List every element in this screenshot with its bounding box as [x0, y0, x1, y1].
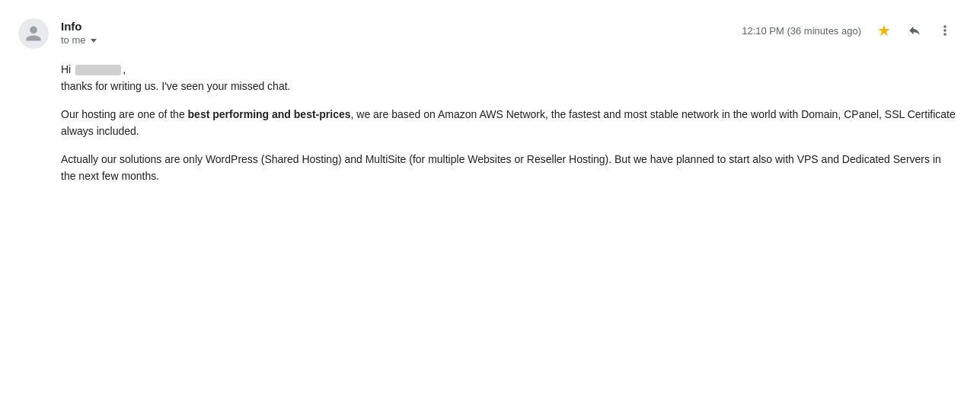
reply-button[interactable] [904, 20, 925, 41]
reply-icon [908, 24, 921, 37]
more-options-button[interactable] [934, 20, 956, 41]
email-container: Info to me 12:10 PM (36 minutes ago) ★ [0, 0, 980, 213]
star-button[interactable]: ★ [873, 20, 895, 41]
email-header: Info to me 12:10 PM (36 minutes ago) ★ [18, 18, 956, 49]
greeting-hi: Hi [61, 63, 71, 75]
paragraph1: Our hosting are one of the best performi… [61, 106, 956, 140]
paragraph1-bold: best performing and best-prices [188, 108, 351, 120]
email-meta: 12:10 PM (36 minutes ago) ★ [742, 18, 956, 41]
paragraph1-prefix: Our hosting are one of the [61, 108, 188, 120]
email-body: Hi , thanks for writing us. I've seen yo… [61, 61, 956, 184]
more-vert-icon [937, 23, 953, 38]
line1: thanks for writing us. I've seen your mi… [61, 78, 956, 94]
sender-section: Info to me [18, 18, 97, 49]
avatar [18, 18, 49, 49]
person-icon [24, 24, 43, 43]
action-icons: ★ [873, 20, 956, 41]
chevron-down-icon [91, 39, 97, 43]
recipient-line[interactable]: to me [61, 34, 97, 46]
paragraph2: Actually our solutions are only WordPres… [61, 151, 956, 185]
recipient-text: to me [61, 34, 86, 46]
star-icon: ★ [877, 23, 891, 38]
greeting-comma: , [123, 63, 126, 75]
sender-name: Info [61, 18, 97, 34]
greeting-line: Hi , [61, 61, 956, 78]
sender-info: Info to me [61, 18, 97, 46]
recipient-name-blurred [75, 65, 121, 75]
timestamp: 12:10 PM (36 minutes ago) [742, 25, 861, 37]
